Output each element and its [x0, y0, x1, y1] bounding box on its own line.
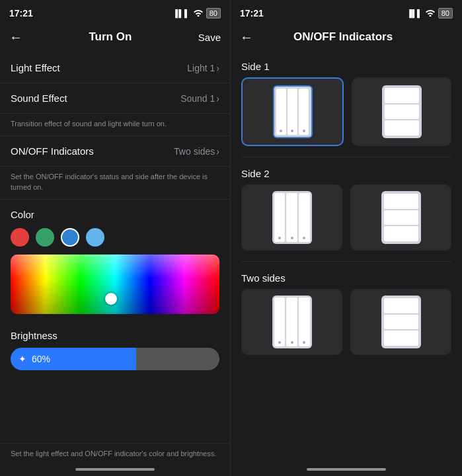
side1-option-tworow[interactable]	[352, 77, 451, 146]
sound-effect-value: Sound 1 ›	[180, 93, 219, 104]
color-dots	[11, 228, 219, 247]
bottom-hint: Set the light effect and ON/OFF indicato…	[0, 443, 230, 464]
side1-title: Side 1	[241, 53, 451, 77]
right-panel: 17:21 ▐▌▌ 80 ← ON/OFF Indicators Side 1	[231, 0, 462, 476]
side1-option-threecol[interactable]	[241, 77, 344, 146]
chevron-icon-light: ›	[216, 63, 219, 73]
wifi-icon	[193, 9, 204, 18]
side2-title: Side 2	[241, 160, 451, 184]
chevron-icon-sound: ›	[216, 93, 219, 104]
left-panel: 17:21 ▐▌▌ 80 ← Turn On Save Light Effect…	[0, 0, 231, 476]
twosides-options	[241, 289, 451, 355]
home-indicator-left	[75, 468, 155, 471]
switch-tworow-2	[381, 191, 421, 244]
brightness-icon: ✦	[19, 354, 26, 364]
side2-option-threecol[interactable]	[241, 184, 342, 251]
time-left: 17:21	[9, 8, 33, 19]
nav-bar-right: ← ON/OFF Indicators	[231, 24, 462, 53]
twosides-section: Two sides	[241, 264, 451, 355]
side2-options	[241, 184, 451, 251]
light-effect-label: Light Effect	[11, 62, 60, 73]
onoff-value: Two sides ›	[174, 146, 219, 157]
time-right: 17:21	[240, 8, 264, 19]
wifi-icon-right	[425, 9, 436, 18]
brightness-value: 60%	[32, 354, 50, 364]
switch-threecol-1	[273, 85, 313, 138]
save-button[interactable]: Save	[198, 32, 221, 43]
status-bar-left: 17:21 ▐▌▌ 80	[0, 0, 230, 24]
side1-options	[241, 77, 451, 146]
nav-bar-left: ← Turn On Save	[0, 24, 230, 53]
onoff-indicators-row[interactable]: ON/OFF Indicators Two sides ›	[0, 136, 230, 167]
color-section: Color	[0, 200, 230, 322]
status-bar-right: 17:21 ▐▌▌ 80	[231, 0, 462, 24]
twosides-option-threecol[interactable]	[241, 289, 342, 355]
color-title: Color	[11, 209, 219, 220]
side2-option-tworow[interactable]	[350, 184, 451, 251]
chevron-icon-onoff: ›	[216, 146, 219, 157]
color-dot-lightblue[interactable]	[86, 228, 104, 247]
brightness-section: Brightness ✦ 60%	[0, 322, 230, 376]
twosides-title: Two sides	[241, 264, 451, 289]
color-picker-cursor	[105, 293, 117, 305]
status-icons-left: ▐▌▌ 80	[173, 8, 221, 19]
home-indicator-right	[307, 468, 386, 471]
back-button-right[interactable]: ←	[240, 30, 253, 45]
onoff-label: ON/OFF Indicators	[11, 145, 94, 157]
sound-effect-label: Sound Effect	[11, 93, 67, 104]
side2-section: Side 2	[241, 160, 451, 251]
brightness-title: Brightness	[11, 330, 219, 341]
switch-tworow-3	[381, 296, 421, 348]
transition-hint: Transition effect of sound and light whi…	[0, 114, 230, 136]
battery-indicator-left: 80	[206, 8, 221, 19]
onoff-hint: Set the ON/OFF indicator's status and si…	[0, 167, 230, 200]
color-dot-blue[interactable]	[61, 228, 79, 247]
light-effect-value: Light 1 ›	[187, 63, 219, 73]
color-picker[interactable]	[11, 255, 219, 314]
back-button-left[interactable]: ←	[9, 30, 22, 45]
switch-threecol-3	[272, 296, 312, 348]
divider-1	[241, 157, 451, 157]
page-title-left: Turn On	[89, 30, 132, 44]
divider-2	[241, 261, 451, 262]
light-effect-row[interactable]: Light Effect Light 1 ›	[0, 53, 230, 83]
status-icons-right: ▐▌▌ 80	[406, 8, 453, 19]
signal-icon-right: ▐▌▌	[406, 9, 422, 17]
sound-effect-row[interactable]: Sound Effect Sound 1 ›	[0, 83, 230, 114]
signal-icon: ▐▌▌	[173, 9, 190, 17]
side1-section: Side 1	[241, 53, 451, 146]
page-title-right: ON/OFF Indicators	[293, 30, 393, 44]
right-content: Side 1	[231, 53, 462, 464]
brightness-slider[interactable]: ✦ 60%	[11, 348, 219, 370]
switch-tworow-1	[382, 85, 422, 138]
color-dot-red[interactable]	[11, 228, 29, 247]
switch-threecol-2	[272, 191, 312, 244]
battery-indicator-right: 80	[438, 8, 453, 19]
twosides-option-tworow[interactable]	[350, 289, 451, 355]
color-dot-green[interactable]	[36, 228, 54, 247]
